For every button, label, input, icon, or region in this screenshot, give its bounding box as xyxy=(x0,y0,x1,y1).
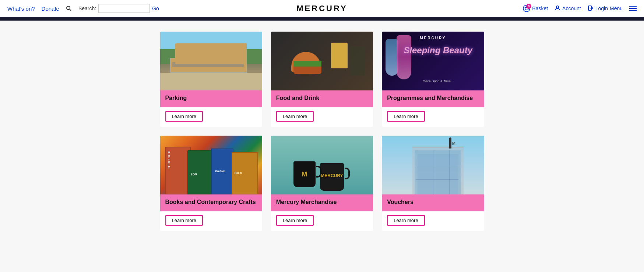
sb-brand: MERCURY xyxy=(420,36,446,40)
card-merch-learn-more[interactable]: Learn more xyxy=(276,215,314,226)
header-right-nav: 0 Basket Account Login xyxy=(523,5,637,12)
basket-badge: 0 xyxy=(526,4,531,9)
card-programmes-title: Programmes and Merchandise xyxy=(387,95,479,101)
basket-link[interactable]: 0 Basket xyxy=(523,5,548,12)
menu-label: Menu xyxy=(610,6,623,11)
site-logo: MERCURY xyxy=(296,4,347,13)
hamburger-line-2 xyxy=(629,8,637,9)
svg-point-2 xyxy=(556,6,559,8)
svg-line-1 xyxy=(70,9,71,11)
login-link[interactable]: Login Menu xyxy=(588,5,623,12)
whats-on-link[interactable]: What's on? xyxy=(7,6,35,12)
card-vouchers-learn-more[interactable]: Learn more xyxy=(387,215,425,226)
header: What's on? Donate Search: Go MERCURY 0 B… xyxy=(0,0,644,18)
header-left-nav: What's on? Donate Search: Go xyxy=(7,4,159,13)
hamburger-line-3 xyxy=(629,10,637,11)
card-vouchers-body: Vouchers xyxy=(382,194,484,211)
card-food-title: Food and Drink xyxy=(276,95,368,101)
card-vouchers-footer: Learn more xyxy=(382,211,484,231)
cards-grid: Parking Learn more Food and Drink xyxy=(153,32,492,231)
card-vouchers: M Vouchers Learn more xyxy=(382,136,484,231)
card-merch: M MERCURY Mercury Merchandise Learn more xyxy=(271,136,373,231)
card-food-learn-more[interactable]: Learn more xyxy=(276,111,314,122)
login-icon xyxy=(588,5,594,12)
card-merch-title: Mercury Merchandise xyxy=(276,199,368,205)
card-vouchers-title: Vouchers xyxy=(387,199,479,205)
card-food-drink: Food and Drink Learn more xyxy=(271,32,373,127)
card-parking-body: Parking xyxy=(160,90,262,107)
card-food-image xyxy=(271,32,373,90)
card-programmes-body: Programmes and Merchandise xyxy=(382,90,484,107)
donate-link[interactable]: Donate xyxy=(42,6,59,12)
card-programmes-learn-more[interactable]: Learn more xyxy=(387,111,425,122)
account-label: Account xyxy=(562,6,581,11)
card-parking-learn-more[interactable]: Learn more xyxy=(165,111,203,122)
search-form: Search: Go xyxy=(78,4,159,13)
card-books-body: Books and Contemporary Crafts xyxy=(160,194,262,211)
card-vouchers-image: M xyxy=(382,136,484,194)
card-books-title: Books and Contemporary Crafts xyxy=(165,199,257,205)
basket-icon: 0 xyxy=(523,5,530,12)
card-books-learn-more[interactable]: Learn more xyxy=(165,215,203,226)
search-icon xyxy=(66,6,72,11)
search-go-button[interactable]: Go xyxy=(152,6,159,11)
card-programmes-image: MERCURY Sleeping Beauty Once Upon A Time… xyxy=(382,32,484,90)
search-input[interactable] xyxy=(98,4,150,13)
sb-title: Sleeping Beauty xyxy=(404,46,472,55)
main-content: Parking Learn more Food and Drink xyxy=(0,21,644,272)
card-parking-title: Parking xyxy=(165,95,257,101)
card-parking-image xyxy=(160,32,262,90)
account-icon xyxy=(555,5,560,12)
card-merch-footer: Learn more xyxy=(271,211,373,231)
card-parking: Parking Learn more xyxy=(160,32,262,127)
hamburger-menu[interactable] xyxy=(629,6,637,11)
sb-subtitle: Once Upon A Time... xyxy=(423,79,453,83)
account-link[interactable]: Account xyxy=(555,5,581,12)
card-merch-image: M MERCURY xyxy=(271,136,373,194)
card-programmes-footer: Learn more xyxy=(382,107,484,127)
basket-label: Basket xyxy=(532,6,548,11)
card-books: BUFFALO ZOG Gruffalo Room Books and Cont… xyxy=(160,136,262,231)
login-label: Login xyxy=(595,6,608,11)
card-parking-footer: Learn more xyxy=(160,107,262,127)
card-food-footer: Learn more xyxy=(271,107,373,127)
search-label: Search: xyxy=(78,6,96,11)
svg-point-0 xyxy=(67,6,70,10)
card-books-footer: Learn more xyxy=(160,211,262,231)
card-programmes: MERCURY Sleeping Beauty Once Upon A Time… xyxy=(382,32,484,127)
hamburger-line-1 xyxy=(629,6,637,7)
card-books-image: BUFFALO ZOG Gruffalo Room xyxy=(160,136,262,194)
card-food-body: Food and Drink xyxy=(271,90,373,107)
card-merch-body: Mercury Merchandise xyxy=(271,194,373,211)
